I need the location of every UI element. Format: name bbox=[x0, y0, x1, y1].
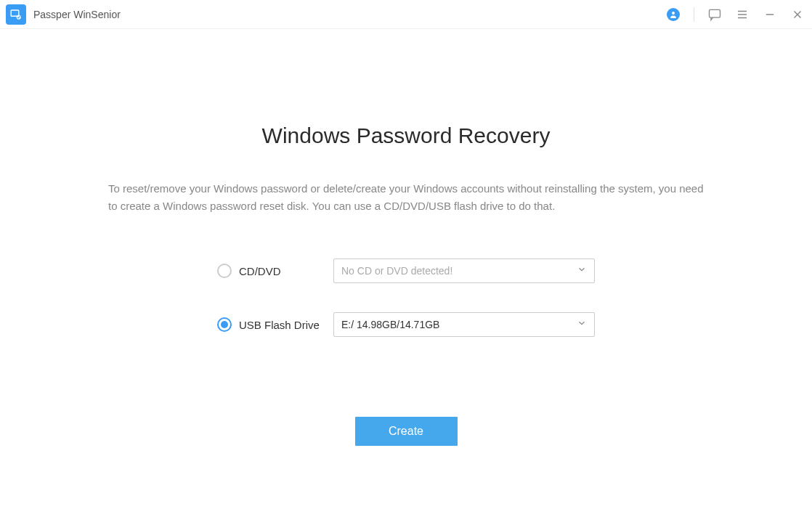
svg-point-2 bbox=[672, 12, 675, 15]
usb-dropdown-text: E:/ 14.98GB/14.71GB bbox=[341, 319, 577, 330]
page-title: Windows Password Recovery bbox=[262, 123, 551, 148]
radio-usb[interactable]: USB Flash Drive bbox=[217, 317, 333, 332]
option-usb-row: USB Flash Drive E:/ 14.98GB/14.71GB bbox=[217, 312, 667, 337]
close-icon[interactable] bbox=[790, 7, 805, 22]
feedback-icon[interactable] bbox=[707, 7, 722, 22]
minimize-icon[interactable] bbox=[763, 7, 777, 22]
svg-rect-0 bbox=[11, 10, 19, 16]
media-options: CD/DVD No CD or DVD detected! USB Flash … bbox=[217, 258, 667, 366]
radio-cd-dvd[interactable]: CD/DVD bbox=[217, 264, 333, 278]
page-description: To reset/remove your Windows password or… bbox=[108, 180, 704, 215]
divider bbox=[694, 7, 694, 22]
chevron-down-icon bbox=[577, 264, 587, 277]
radio-cd-dvd-circle bbox=[217, 264, 232, 278]
titlebar: Passper WinSenior bbox=[0, 0, 812, 29]
svg-rect-3 bbox=[710, 9, 720, 17]
radio-usb-circle bbox=[217, 317, 232, 332]
main-content: Windows Password Recovery To reset/remov… bbox=[0, 29, 812, 446]
create-button[interactable]: Create bbox=[355, 417, 458, 446]
radio-cd-dvd-label: CD/DVD bbox=[239, 265, 281, 277]
radio-usb-label: USB Flash Drive bbox=[239, 319, 320, 331]
chevron-down-icon bbox=[577, 318, 587, 331]
user-icon[interactable] bbox=[666, 7, 681, 22]
app-logo-icon bbox=[6, 4, 26, 25]
usb-dropdown[interactable]: E:/ 14.98GB/14.71GB bbox=[333, 312, 595, 337]
option-cd-dvd-row: CD/DVD No CD or DVD detected! bbox=[217, 258, 667, 283]
cd-dvd-dropdown[interactable]: No CD or DVD detected! bbox=[333, 258, 595, 283]
cd-dvd-dropdown-text: No CD or DVD detected! bbox=[341, 265, 577, 277]
app-title: Passper WinSenior bbox=[33, 9, 121, 20]
menu-icon[interactable] bbox=[735, 7, 750, 22]
